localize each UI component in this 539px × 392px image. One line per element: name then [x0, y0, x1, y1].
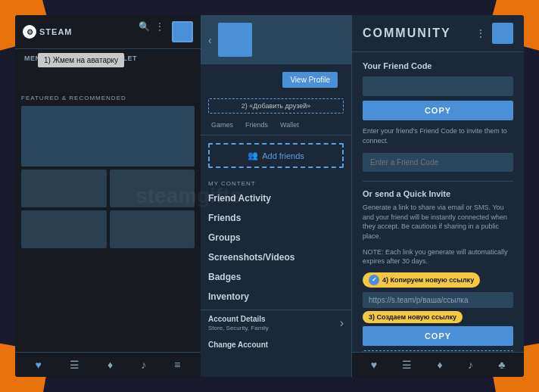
featured-small-1	[21, 170, 107, 207]
profile-header: ‹	[201, 15, 351, 64]
avatar[interactable]	[172, 21, 193, 42]
account-details-label: Account Details	[208, 315, 269, 323]
featured-main-image	[21, 106, 195, 166]
featured-small-2	[110, 170, 195, 207]
featured-small-4	[110, 210, 195, 248]
add-friends-icon: 👥	[248, 151, 258, 160]
content-inventory[interactable]: Inventory	[201, 287, 351, 306]
copy-link-button[interactable]: COPY	[363, 326, 513, 346]
middle-panel: ‹ View Profile 2) «Добавить друзей» Game…	[201, 15, 352, 377]
steam-icon: ⚙	[23, 25, 36, 39]
back-button[interactable]: ‹	[208, 34, 212, 46]
nav-tab-wishlist[interactable]: WISHLIST	[56, 52, 101, 64]
quick-invite-desc: Generate a link to share via email or SM…	[363, 203, 513, 241]
right-bottom-icon-2[interactable]: ☰	[402, 359, 412, 371]
content-friend-activity[interactable]: Friend Activity	[201, 188, 351, 208]
menu-icon[interactable]: ⋮	[155, 21, 167, 33]
step3-annotation: 3) Создаем новую ссылку	[363, 311, 513, 323]
nav-tab-menu[interactable]: MENU▾	[20, 52, 55, 64]
bottom-more-icon[interactable]: ≡	[174, 359, 180, 371]
right-bottom-icon-1[interactable]: ♥	[371, 359, 377, 371]
left-bottom-nav: ♥ ☰ ♦ ♪ ≡	[15, 352, 201, 377]
steam-logo: ⚙ STEAM	[23, 25, 73, 39]
content-friends[interactable]: Friends	[201, 208, 351, 228]
step2-annotation: 2) «Добавить друзей»	[208, 98, 344, 114]
featured-row	[21, 170, 195, 207]
add-friends-button[interactable]: 👥 Add friends	[208, 143, 344, 168]
step3-label: 3) Создаем новую ссылку	[369, 313, 456, 321]
profile-tabs: Games Friends Wallet	[201, 117, 351, 135]
copy-button[interactable]: COPY	[363, 101, 513, 120]
account-section: Account Details Store, Security, Family …	[201, 310, 351, 336]
account-chevron-icon: ›	[340, 316, 344, 330]
right-bottom-nav: ♥ ☰ ♦ ♪ ♣	[352, 352, 524, 377]
community-avatar	[492, 23, 513, 44]
steam-logo-text: STEAM	[39, 27, 73, 36]
step4-annotation: ✓ 4) Копируем новую ссылку	[363, 272, 513, 288]
invite-description: Enter your friend's Friend Code to invit…	[363, 126, 513, 145]
quick-invite-title: Or send a Quick Invite	[363, 189, 513, 198]
right-bottom-icon-3[interactable]: ♦	[437, 359, 442, 371]
link-text: https://s.team/p/ваша/ссылка	[363, 292, 513, 308]
add-friends-label: Add friends	[262, 151, 304, 160]
tab-wallet[interactable]: Wallet	[274, 117, 305, 135]
bottom-diamond-icon[interactable]: ♦	[107, 359, 113, 371]
expire-note: NOTE: Each link you generate will automa…	[363, 247, 513, 266]
view-profile-button[interactable]: View Profile	[282, 72, 338, 88]
left-panel: ⚙ STEAM 🔍 ⋮ MENU▾ WISHLIST WALLET 1) Жме…	[15, 15, 201, 377]
search-icon[interactable]: 🔍	[139, 21, 151, 33]
community-header: COMMUNITY ⋮	[352, 15, 524, 52]
my-content-label: MY CONTENT	[201, 176, 351, 188]
community-menu-icon[interactable]: ⋮	[475, 27, 486, 39]
bottom-home-icon[interactable]: ♥	[36, 359, 42, 371]
content-badges[interactable]: Badges	[201, 267, 351, 287]
community-title: COMMUNITY	[363, 26, 451, 40]
step4-bubble: ✓ 4) Копируем новую ссылку	[363, 272, 480, 288]
bottom-bell-icon[interactable]: ♪	[141, 359, 146, 371]
profile-avatar	[218, 23, 252, 57]
featured-row-2	[21, 210, 195, 248]
tab-friends[interactable]: Friends	[239, 117, 274, 135]
header-icons: 🔍 ⋮	[139, 21, 193, 42]
featured-images	[21, 106, 195, 248]
content-groups[interactable]: Groups	[201, 228, 351, 247]
nav-tab-wallet[interactable]: WALLET	[102, 52, 142, 64]
featured-label: FEATURED & RECOMMENDED	[21, 95, 195, 101]
community-content: Your Friend Code COPY Enter your friend'…	[352, 52, 524, 352]
content-screenshots[interactable]: Screenshots/Videos	[201, 247, 351, 267]
content-items: Friend Activity Friends Groups Screensho…	[201, 188, 351, 306]
friend-code-label: Your Friend Code	[363, 61, 513, 70]
friend-code-input[interactable]	[363, 76, 513, 96]
nav-tabs: MENU▾ WISHLIST WALLET	[15, 49, 201, 67]
steam-header: ⚙ STEAM 🔍 ⋮	[15, 15, 201, 49]
main-container: ⚙ STEAM 🔍 ⋮ MENU▾ WISHLIST WALLET 1) Жме…	[15, 15, 524, 377]
enter-code-input[interactable]	[363, 153, 513, 172]
featured-section: FEATURED & RECOMMENDED	[15, 90, 201, 253]
bottom-list-icon[interactable]: ☰	[70, 359, 79, 371]
right-bottom-icon-4[interactable]: ♪	[468, 359, 473, 371]
step4-label: 4) Копируем новую ссылку	[382, 276, 474, 284]
tab-games[interactable]: Games	[205, 117, 239, 135]
divider	[363, 181, 513, 182]
account-sub-text: Store, Security, Family	[208, 325, 269, 331]
check-icon: ✓	[369, 275, 379, 285]
right-bottom-icon-5[interactable]: ♣	[498, 359, 505, 371]
right-panel: COMMUNITY ⋮ Your Friend Code COPY Enter …	[352, 15, 524, 377]
community-header-right: ⋮	[475, 23, 513, 44]
featured-small-3	[21, 210, 107, 248]
step3-bubble: 3) Создаем новую ссылку	[363, 311, 463, 323]
change-account-button[interactable]: Change Account	[201, 336, 351, 353]
account-subtitle: Store, Security, Family	[208, 325, 269, 331]
